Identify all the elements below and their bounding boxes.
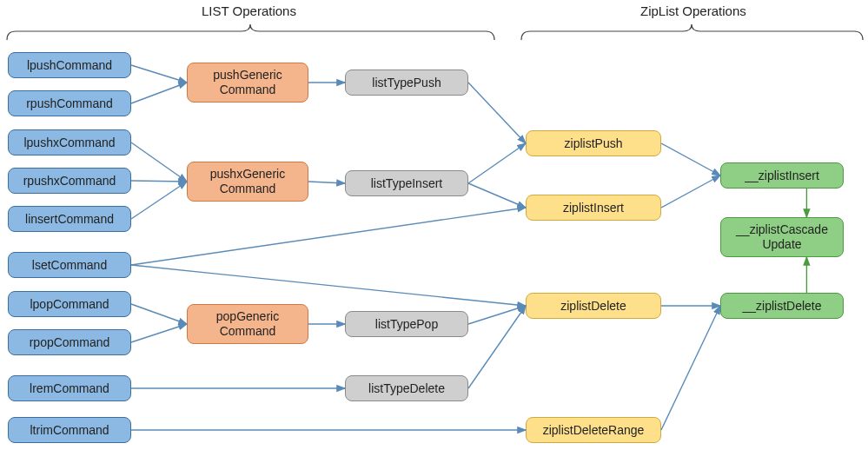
svg-line-17 bbox=[468, 306, 526, 388]
node-ziplistinsert-internal: __ziplistInsert bbox=[720, 162, 844, 189]
node-listtypedelete: listTypeDelete bbox=[345, 375, 468, 401]
node-rpushxcommand: rpushxCommand bbox=[8, 168, 131, 194]
brace-ziplist-ops bbox=[520, 23, 865, 42]
node-ltrimcommand: ltrimCommand bbox=[8, 417, 131, 443]
svg-line-22 bbox=[661, 306, 720, 430]
node-listtypeinsert: listTypeInsert bbox=[345, 170, 468, 196]
node-linsertcommand: linsertCommand bbox=[8, 206, 131, 232]
node-rpopcommand: rpopCommand bbox=[8, 329, 131, 355]
node-listtypepop: listTypePop bbox=[345, 311, 468, 337]
svg-line-4 bbox=[131, 182, 187, 219]
svg-line-1 bbox=[131, 83, 187, 103]
node-popgenericcommand: popGeneric Command bbox=[187, 304, 308, 344]
svg-line-8 bbox=[308, 182, 345, 183]
svg-line-3 bbox=[131, 181, 187, 182]
svg-line-16 bbox=[468, 306, 526, 324]
node-pushgenericcommand: pushGeneric Command bbox=[187, 63, 308, 103]
node-lsetcommand: lsetCommand bbox=[8, 252, 131, 278]
svg-line-13 bbox=[468, 183, 526, 208]
node-lpushxcommand: lpushxCommand bbox=[8, 129, 131, 156]
svg-line-2 bbox=[131, 142, 187, 182]
svg-line-11 bbox=[468, 83, 526, 143]
node-lremcommand: lremCommand bbox=[8, 375, 131, 401]
svg-line-12 bbox=[468, 143, 526, 183]
node-ziplistinsert: ziplistInsert bbox=[526, 195, 661, 221]
node-ziplistdelete: ziplistDelete bbox=[526, 293, 661, 319]
node-lpopcommand: lpopCommand bbox=[8, 291, 131, 317]
svg-line-5 bbox=[131, 304, 187, 324]
node-ziplistcascadeupdate-internal: __ziplistCascade Update bbox=[720, 217, 844, 257]
node-ziplistdeleterange: ziplistDeleteRange bbox=[526, 417, 661, 443]
svg-line-20 bbox=[661, 175, 720, 208]
svg-line-6 bbox=[131, 324, 187, 342]
node-ziplistpush: ziplistPush bbox=[526, 130, 661, 156]
svg-line-14 bbox=[131, 208, 526, 265]
node-listtypepush: listTypePush bbox=[345, 69, 468, 96]
svg-line-0 bbox=[131, 65, 187, 83]
node-pushxgenericcommand: pushxGeneric Command bbox=[187, 162, 308, 202]
section-label-ziplist-ops: ZipList Operations bbox=[640, 3, 746, 18]
node-ziplistdelete-internal: __ziplistDelete bbox=[720, 293, 844, 319]
node-lpushcommand: lpushCommand bbox=[8, 52, 131, 78]
svg-line-15 bbox=[131, 265, 526, 306]
svg-line-19 bbox=[661, 143, 720, 175]
section-label-list-ops: LIST Operations bbox=[202, 3, 296, 18]
brace-list-ops bbox=[5, 23, 496, 42]
node-rpushcommand: rpushCommand bbox=[8, 90, 131, 116]
